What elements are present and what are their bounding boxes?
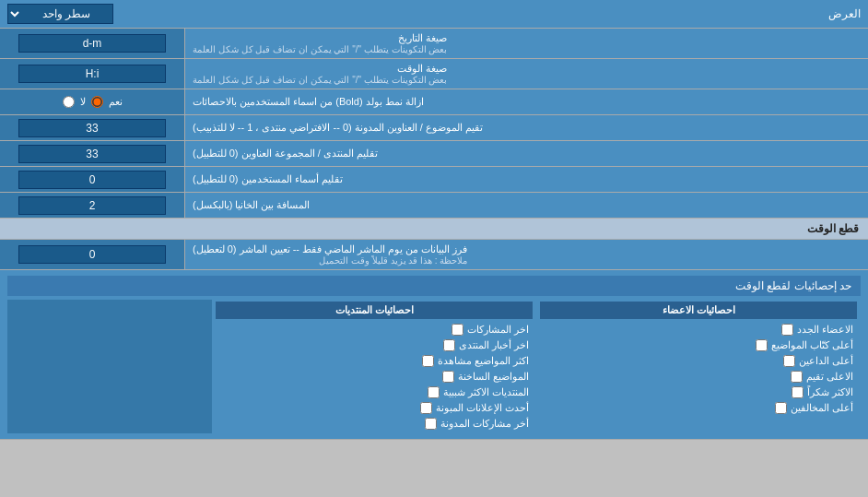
stat-top-rated: الاعلى تقيم: [540, 369, 857, 385]
time-format-input-wrap: [0, 59, 184, 89]
stat-hot-topics: المواضيع الساخنة: [216, 369, 533, 385]
radio-no-label: لا: [80, 96, 86, 108]
topic-sort-input[interactable]: [18, 119, 166, 137]
radio-yes-label: نعم: [109, 96, 123, 108]
date-format-label: صيغة التاريخ بعض التكوينات يتطلب "/" الت…: [184, 29, 868, 58]
main-container: العرض سطر واحد صيغة التاريخ بعض التكوينا…: [0, 0, 868, 440]
header-label: العرض: [828, 7, 861, 20]
stats-section-title: حد إحصائيات لقطع الوقت: [7, 276, 861, 296]
time-format-input[interactable]: [18, 65, 166, 83]
member-stats-col: احصائيات الاعضاء الاعضاء الجدد أعلى كتّا…: [536, 300, 861, 433]
time-cut-row: فرز البيانات من يوم الماشر الماضي فقط --…: [0, 240, 868, 270]
header-row: العرض سطر واحد: [0, 0, 868, 29]
checkbox-top-violations[interactable]: [775, 402, 787, 414]
checkbox-top-rated[interactable]: [791, 371, 803, 383]
stat-last-news: اخر أخبار المنتدى: [216, 337, 533, 353]
checkbox-top-writers[interactable]: [756, 339, 768, 351]
checkbox-last-blog-posts[interactable]: [425, 418, 437, 430]
time-cut-input[interactable]: [18, 245, 166, 264]
forum-sort-input-wrap: [0, 141, 184, 166]
checkbox-latest-announcements[interactable]: [420, 402, 432, 414]
right-label-area: [7, 300, 212, 433]
dropdown-section: سطر واحد: [7, 4, 113, 24]
user-names-label: تقليم أسماء المستخدمين (0 للتطبيل): [184, 167, 868, 192]
topic-sort-input-wrap: [0, 115, 184, 140]
user-names-input[interactable]: [18, 171, 166, 189]
stat-top-inviters: أعلى الداعين: [540, 353, 857, 369]
cell-distance-row: المسافة بين الخانيا (بالبكسل): [0, 193, 868, 219]
time-cut-input-wrap: [0, 240, 184, 269]
forum-sort-input[interactable]: [18, 145, 166, 163]
date-format-row: صيغة التاريخ بعض التكوينات يتطلب "/" الت…: [0, 29, 868, 59]
cell-distance-label: المسافة بين الخانيا (بالبكسل): [184, 193, 868, 218]
stat-top-writers: أعلى كتّاب المواضيع: [540, 337, 857, 353]
forum-sort-row: تقليم المنتدى / المجموعة العناوين (0 للت…: [0, 141, 868, 167]
forum-stats-col: احصائيات المنتديات اخر المشاركات اخر أخب…: [212, 300, 536, 433]
checkbox-popular-forums[interactable]: [428, 386, 440, 398]
bold-radio-group: نعم لا: [55, 96, 130, 108]
stat-new-members: الاعضاء الجدد: [540, 322, 857, 337]
stat-latest-announcements: أحدث الإعلانات المبونة: [216, 400, 533, 416]
bold-remove-input-wrap: نعم لا: [0, 89, 184, 114]
stats-columns: احصائيات الاعضاء الاعضاء الجدد أعلى كتّا…: [7, 300, 861, 433]
checkbox-new-members[interactable]: [781, 324, 793, 336]
time-format-row: صيغة الوقت بعض التكوينات يتطلب "/" التي …: [0, 59, 868, 89]
checkbox-last-posts[interactable]: [452, 324, 463, 336]
date-format-input-wrap: [0, 29, 184, 58]
checkbox-most-thanks[interactable]: [792, 386, 803, 398]
stat-popular-forums: المنتديات الاكثر شببية: [216, 385, 533, 400]
stat-last-blog-posts: أخر مشاركات المدونة: [216, 416, 533, 432]
cell-distance-input[interactable]: [18, 196, 166, 215]
topic-sort-label: تقيم الموضوع / العناوين المدونة (0 -- ال…: [184, 115, 868, 140]
stat-top-violations: أعلى المخالفين: [540, 400, 857, 416]
checkbox-last-news[interactable]: [443, 339, 455, 351]
member-stats-header: احصائيات الاعضاء: [540, 302, 857, 319]
stat-most-viewed: اكثر المواضيع مشاهدة: [216, 353, 533, 369]
forum-sort-label: تقليم المنتدى / المجموعة العناوين (0 للت…: [184, 141, 868, 166]
checkbox-most-viewed[interactable]: [422, 355, 434, 367]
stat-most-thanks: الاكثر شكراً: [540, 385, 857, 400]
display-select[interactable]: سطر واحد: [7, 4, 113, 24]
radio-yes[interactable]: [91, 96, 103, 108]
cell-distance-input-wrap: [0, 193, 184, 218]
time-cut-label: فرز البيانات من يوم الماشر الماضي فقط --…: [184, 240, 868, 269]
time-cut-header: قطع الوقت: [0, 219, 868, 240]
bold-remove-row: ازالة نمط بولد (Bold) من اسماء المستخدمي…: [0, 89, 868, 115]
radio-no[interactable]: [63, 96, 75, 108]
time-format-label: صيغة الوقت بعض التكوينات يتطلب "/" التي …: [184, 59, 868, 89]
user-names-input-wrap: [0, 167, 184, 192]
stats-section: حد إحصائيات لقطع الوقت احصائيات الاعضاء …: [0, 270, 868, 440]
date-format-input[interactable]: [18, 34, 166, 53]
forum-stats-header: احصائيات المنتديات: [216, 302, 533, 319]
checkbox-top-inviters[interactable]: [783, 355, 795, 367]
user-names-row: تقليم أسماء المستخدمين (0 للتطبيل): [0, 167, 868, 193]
stat-last-posts: اخر المشاركات: [216, 322, 533, 337]
checkbox-hot-topics[interactable]: [442, 371, 454, 383]
topic-sort-row: تقيم الموضوع / العناوين المدونة (0 -- ال…: [0, 115, 868, 141]
bold-remove-label: ازالة نمط بولد (Bold) من اسماء المستخدمي…: [184, 89, 868, 114]
